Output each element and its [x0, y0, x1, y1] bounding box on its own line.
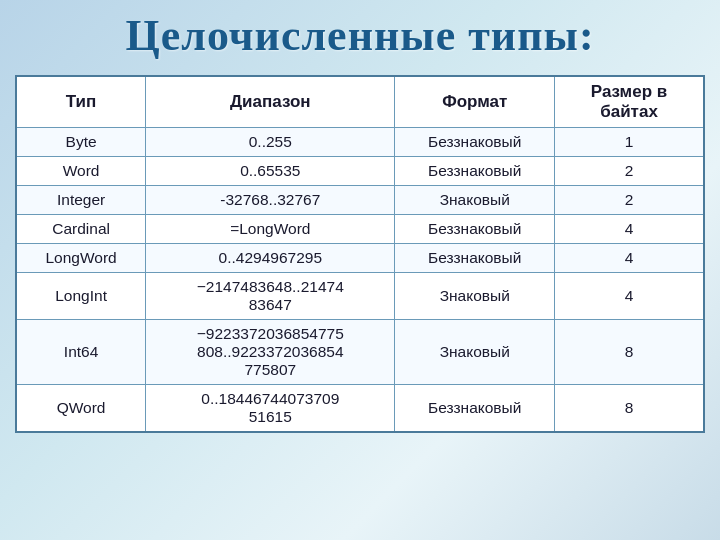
table-row: Cardinal =LongWord Беззнаковый 4	[16, 215, 704, 244]
cell-format: Беззнаковый	[395, 128, 555, 157]
cell-tip: LongWord	[16, 244, 146, 273]
integer-types-table: Тип Диапазон Формат Размер в байтах Byte…	[15, 75, 705, 433]
cell-diapason: 0..255	[146, 128, 395, 157]
cell-diapason: -32768..32767	[146, 186, 395, 215]
header-diapason: Диапазон	[146, 76, 395, 128]
cell-tip: Cardinal	[16, 215, 146, 244]
cell-diapason: 0..4294967295	[146, 244, 395, 273]
cell-tip: Word	[16, 157, 146, 186]
cell-format: Беззнаковый	[395, 244, 555, 273]
cell-format: Знаковый	[395, 320, 555, 385]
table-row: Int64 −9223372036854775808..922337203685…	[16, 320, 704, 385]
header-razmer: Размер в байтах	[555, 76, 704, 128]
cell-format: Беззнаковый	[395, 215, 555, 244]
cell-razmer: 4	[555, 215, 704, 244]
page-title: Целочисленные типы:	[125, 10, 594, 61]
table-row: Byte 0..255 Беззнаковый 1	[16, 128, 704, 157]
header-format: Формат	[395, 76, 555, 128]
cell-tip: LongInt	[16, 273, 146, 320]
cell-razmer: 4	[555, 273, 704, 320]
cell-razmer: 8	[555, 385, 704, 433]
cell-format: Знаковый	[395, 273, 555, 320]
cell-diapason: −2147483648..2147483647	[146, 273, 395, 320]
cell-diapason: =LongWord	[146, 215, 395, 244]
cell-diapason: −9223372036854775808..922337203685477580…	[146, 320, 395, 385]
cell-razmer: 2	[555, 157, 704, 186]
cell-diapason: 0..1844674407370951615	[146, 385, 395, 433]
table-row: QWord 0..1844674407370951615 Беззнаковый…	[16, 385, 704, 433]
cell-diapason: 0..65535	[146, 157, 395, 186]
cell-razmer: 8	[555, 320, 704, 385]
table-header-row: Тип Диапазон Формат Размер в байтах	[16, 76, 704, 128]
cell-tip: Byte	[16, 128, 146, 157]
cell-razmer: 2	[555, 186, 704, 215]
cell-razmer: 4	[555, 244, 704, 273]
cell-razmer: 1	[555, 128, 704, 157]
cell-tip: Integer	[16, 186, 146, 215]
table-row: Integer -32768..32767 Знаковый 2	[16, 186, 704, 215]
cell-tip: QWord	[16, 385, 146, 433]
cell-format: Знаковый	[395, 186, 555, 215]
table-row: LongInt −2147483648..2147483647 Знаковый…	[16, 273, 704, 320]
table-row: LongWord 0..4294967295 Беззнаковый 4	[16, 244, 704, 273]
cell-format: Беззнаковый	[395, 157, 555, 186]
cell-tip: Int64	[16, 320, 146, 385]
table-row: Word 0..65535 Беззнаковый 2	[16, 157, 704, 186]
header-tip: Тип	[16, 76, 146, 128]
cell-format: Беззнаковый	[395, 385, 555, 433]
